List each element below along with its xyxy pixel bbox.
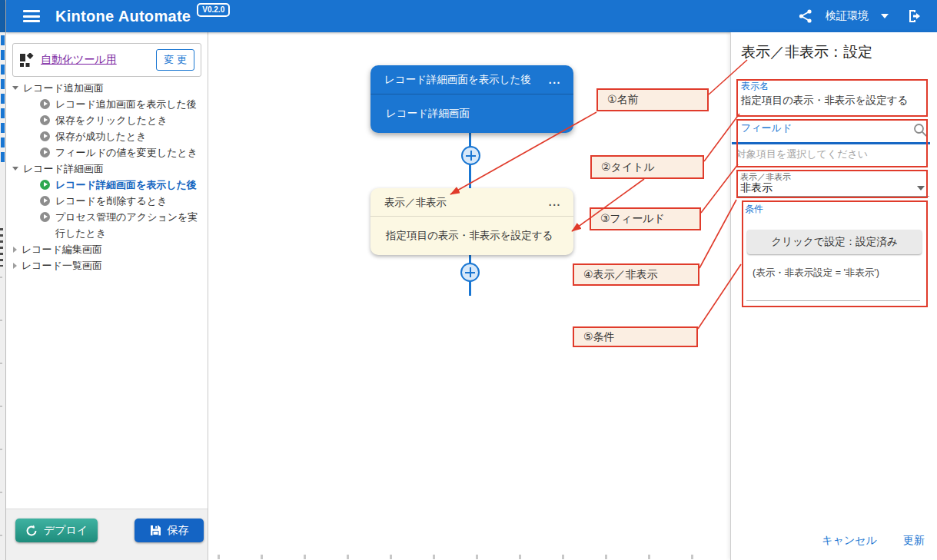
tree-item-label: 保存をクリックしたとき: [55, 112, 200, 128]
share-icon[interactable]: [798, 8, 813, 24]
environment-caret-icon[interactable]: [881, 14, 889, 18]
save-button[interactable]: 保存: [135, 519, 204, 542]
add-step-icon[interactable]: [460, 263, 480, 282]
tree-group-record-edit[interactable]: レコード編集画面: [11, 241, 206, 257]
condition-expression: (表示・非表示設定 = '非表示'): [753, 267, 879, 280]
deploy-button[interactable]: デプロイ: [15, 519, 98, 542]
change-app-button[interactable]: 変 更: [156, 49, 194, 71]
more-menu-icon[interactable]: ...: [549, 188, 561, 217]
app-bar: Kintone Automate V0.2.0 検証環境: [6, 0, 937, 32]
more-menu-icon[interactable]: ...: [549, 65, 561, 94]
tree-group-record-add[interactable]: レコード追加画面: [11, 80, 206, 96]
collapsed-edge-strip: [0, 0, 6, 560]
edge-strip-dashes: [0, 228, 3, 267]
play-icon: [40, 147, 50, 157]
settings-panel: 表示／非表示：設定 表示名 指定項目の表示・非表示を設定する フィールド 対象項…: [730, 32, 937, 560]
tree-item[interactable]: フィールドの値を変更したとき: [11, 144, 206, 161]
tree-item[interactable]: 保存をクリックしたとき: [11, 112, 206, 128]
trigger-node[interactable]: レコード詳細画面を表示した後 ... レコード詳細画面: [370, 65, 573, 133]
condition-set-button[interactable]: クリックで設定：設定済み: [747, 230, 922, 254]
play-icon: [40, 115, 50, 125]
play-icon: [40, 196, 50, 206]
play-icon: [40, 99, 50, 109]
app-icon: [19, 53, 34, 68]
save-button-label: 保存: [168, 524, 189, 538]
annotation-condition: ⑤条件: [573, 326, 698, 347]
tree-item-label: レコードを削除するとき: [55, 193, 200, 209]
edge-strip-ticks: [0, 277, 2, 553]
tree-item-label: レコード追加画面を表示した後: [55, 96, 200, 112]
edge-strip-top: [0, 0, 5, 32]
panel-title: 表示／非表示：設定: [741, 42, 872, 62]
annotation-visibility: ④表示／非表示: [573, 263, 699, 286]
tree-item-label: レコード詳細画面を表示した後: [55, 177, 200, 193]
tree-item-label: 保存が成功したとき: [55, 128, 200, 144]
sidebar-footer: デプロイ 保存: [6, 509, 208, 560]
app-name-link[interactable]: 自動化ツール用: [41, 53, 149, 67]
caret-right-icon: [13, 247, 17, 253]
field-search-input[interactable]: [739, 132, 908, 143]
tree-group-label: レコード編集画面: [22, 243, 102, 257]
tree-item-active[interactable]: レコード詳細画面を表示した後: [11, 177, 206, 193]
tree-item[interactable]: プロセス管理のアクションを実行したとき: [11, 209, 206, 241]
search-icon[interactable]: [912, 122, 928, 138]
tree-item-label: フィールドの値を変更したとき: [55, 144, 200, 161]
tree-group-record-detail[interactable]: レコード詳細画面: [11, 161, 206, 177]
play-icon: [40, 212, 50, 222]
action-node-subtitle: 指定項目の表示・非表示を設定する: [370, 217, 573, 254]
action-node-header: 表示／非表示 ...: [370, 188, 573, 217]
display-name-label: 表示名: [741, 80, 769, 93]
sync-icon: [25, 525, 38, 537]
sidebar: 自動化ツール用 変 更 レコード追加画面 レコード追加画面を表示した後 保存をク…: [6, 32, 208, 560]
cancel-button[interactable]: キャンセル: [817, 533, 882, 548]
action-node-title: 表示／非表示: [384, 197, 447, 208]
event-tree: レコード追加画面 レコード追加画面を表示した後 保存をクリックしたとき 保存が成…: [11, 80, 206, 273]
hamburger-menu-icon[interactable]: [23, 10, 40, 22]
tree-item[interactable]: レコード追加画面を表示した後: [11, 96, 206, 112]
tree-item[interactable]: レコードを削除するとき: [11, 193, 206, 209]
app-selector: 自動化ツール用 変 更: [12, 43, 201, 77]
trigger-node-header: レコード詳細画面を表示した後 ...: [370, 65, 573, 94]
tree-item-label: プロセス管理のアクションを実行したとき: [55, 209, 200, 241]
environment-name: 検証環境: [826, 9, 869, 23]
version-badge: V0.2.0: [197, 3, 230, 17]
condition-label: 条件: [745, 203, 763, 216]
add-step-icon[interactable]: [461, 146, 480, 165]
logout-icon[interactable]: [907, 8, 923, 24]
visibility-caret-icon[interactable]: [917, 186, 925, 191]
field-input-underline: [732, 142, 930, 144]
visibility-select-value[interactable]: 非表示: [740, 181, 773, 195]
visibility-underline: [737, 196, 929, 197]
tree-group-label: レコード詳細画面: [23, 162, 104, 176]
update-button[interactable]: 更新: [899, 533, 929, 548]
trigger-node-subtitle: レコード詳細画面: [370, 94, 573, 132]
condition-underline: [746, 300, 920, 301]
action-node[interactable]: 表示／非表示 ... 指定項目の表示・非表示を設定する: [370, 188, 573, 255]
caret-down-icon: [12, 167, 18, 171]
play-icon-active: [40, 180, 50, 190]
tree-group-label: レコード一覧画面: [22, 259, 102, 273]
caret-down-icon: [12, 86, 18, 90]
deploy-button-label: デプロイ: [44, 524, 88, 538]
trigger-node-title: レコード詳細画面を表示した後: [384, 74, 531, 85]
annotation-field: ③フィールド: [590, 207, 701, 230]
annotation-title: ②タイトル: [590, 155, 704, 179]
play-icon: [40, 131, 50, 141]
app-title: Kintone Automate: [55, 8, 191, 25]
save-disk-icon: [150, 525, 161, 536]
annotation-name: ①名前: [596, 88, 709, 111]
field-helper-text: 対象項目を選択してください: [736, 147, 868, 161]
tree-group-record-list[interactable]: レコード一覧画面: [11, 257, 206, 273]
tree-group-label: レコード追加画面: [23, 81, 104, 95]
edge-strip-blue-marks: [1, 35, 5, 166]
display-name-value: 指定項目の表示・非表示を設定する: [741, 94, 933, 108]
tree-item[interactable]: 保存が成功したとき: [11, 128, 206, 144]
caret-right-icon: [13, 263, 17, 269]
